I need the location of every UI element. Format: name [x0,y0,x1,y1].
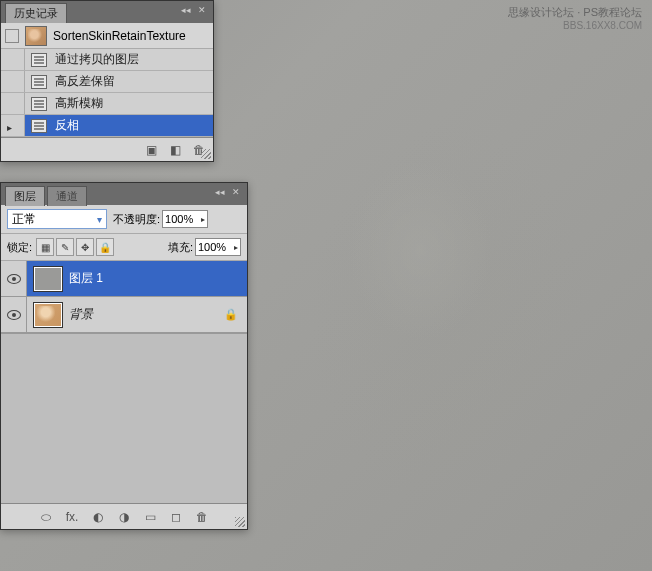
history-item[interactable]: 高反差保留 [1,71,213,93]
visibility-toggle[interactable] [1,297,27,332]
visibility-toggle[interactable] [1,261,27,296]
tab-layers[interactable]: 图层 [5,186,45,206]
adjustment-layer-icon[interactable]: ◑ [116,509,132,525]
watermark-line2: BBS.16XX8.COM [508,19,642,33]
history-item[interactable]: 通过拷贝的图层 [1,49,213,71]
lock-pixels-icon[interactable]: ✎ [56,238,74,256]
snapshot-name: SortenSkinRetainTexture [53,29,209,43]
history-panel-header[interactable]: 历史记录 ◂◂ ✕ [1,1,213,23]
eye-icon [7,274,21,284]
history-gutter [1,93,25,114]
history-panel: 历史记录 ◂◂ ✕ SortenSkinRetainTexture 通过拷贝的图… [0,0,214,162]
collapse-icon[interactable]: ◂◂ [213,185,227,199]
resize-grip[interactable] [235,517,245,527]
history-snapshot[interactable]: SortenSkinRetainTexture [1,23,213,49]
history-item-label: 通过拷贝的图层 [53,51,213,68]
close-icon[interactable]: ✕ [229,185,243,199]
layers-options-row: 正常 ▾ 不透明度: 100% ▸ [1,205,247,234]
history-tab-label: 历史记录 [14,7,58,19]
layer-list-empty-area [1,333,247,503]
lock-row: 锁定: ▦ ✎ ✥ 🔒 填充: 100% ▸ [1,234,247,261]
chevron-right-icon: ▸ [201,215,205,224]
layers-footer: ⬭ fx. ◐ ◑ ▭ ◻ 🗑 [1,503,247,529]
opacity-value: 100% [165,213,193,225]
layer-copy-icon [31,53,47,67]
layer-mask-icon[interactable]: ◐ [90,509,106,525]
create-snapshot-icon[interactable]: ◧ [167,142,183,158]
history-tab[interactable]: 历史记录 [5,3,67,23]
tab-layers-label: 图层 [14,190,36,202]
lock-label: 锁定: [7,240,32,255]
snapshot-checkbox[interactable] [5,29,19,43]
blend-mode-select[interactable]: 正常 ▾ [7,209,107,229]
lock-all-icon[interactable]: 🔒 [96,238,114,256]
layer-name[interactable]: 背景 [69,306,223,323]
history-pointer-icon [7,120,19,132]
snapshot-thumbnail [25,26,47,46]
watermark: 思缘设计论坛 · PS教程论坛 BBS.16XX8.COM [508,5,642,33]
resize-grip[interactable] [201,149,211,159]
trash-icon[interactable]: 🗑 [194,509,210,525]
tab-channels-label: 通道 [56,190,78,202]
create-document-icon[interactable]: ▣ [143,142,159,158]
layer-thumbnail[interactable] [33,302,63,328]
lock-indicator-icon: 🔒 [223,307,239,323]
opacity-label: 不透明度: [113,212,160,227]
layers-panel: 图层 通道 ◂◂ ✕ 正常 ▾ 不透明度: 100% ▸ 锁定: ▦ ✎ ✥ 🔒 [0,182,248,530]
close-icon[interactable]: ✕ [195,3,209,17]
fill-input[interactable]: 100% ▸ [195,238,241,256]
watermark-line1: 思缘设计论坛 · PS教程论坛 [508,5,642,19]
history-item-label: 高反差保留 [53,73,213,90]
history-item-label: 反相 [53,117,213,134]
opacity-input[interactable]: 100% ▸ [162,210,208,228]
history-gutter [1,115,25,136]
layer-name[interactable]: 图层 1 [69,270,247,287]
chevron-down-icon: ▾ [97,214,102,225]
layer-style-icon[interactable]: fx. [64,509,80,525]
layer-thumbnail[interactable] [33,266,63,292]
link-layers-icon[interactable]: ⬭ [38,509,54,525]
history-gutter [1,71,25,92]
chevron-right-icon: ▸ [234,243,238,252]
history-item[interactable]: 高斯模糊 [1,93,213,115]
layers-panel-header[interactable]: 图层 通道 ◂◂ ✕ [1,183,247,205]
highpass-icon [31,75,47,89]
fill-value: 100% [198,241,226,253]
fill-label: 填充: [168,240,193,255]
lock-transparency-icon[interactable]: ▦ [36,238,54,256]
history-gutter [1,49,25,70]
blend-mode-value: 正常 [12,211,36,228]
history-item-selected[interactable]: 反相 [1,115,213,137]
folder-icon[interactable]: ▭ [142,509,158,525]
tab-channels[interactable]: 通道 [47,186,87,206]
new-layer-icon[interactable]: ◻ [168,509,184,525]
lock-position-icon[interactable]: ✥ [76,238,94,256]
layer-row-selected[interactable]: 图层 1 [1,261,247,297]
history-body: SortenSkinRetainTexture 通过拷贝的图层 高反差保留 高斯… [1,23,213,137]
invert-icon [31,119,47,133]
layer-list: 图层 1 背景 🔒 [1,261,247,503]
layer-row-background[interactable]: 背景 🔒 [1,297,247,333]
history-footer: ▣ ◧ 🗑 [1,137,213,161]
eye-icon [7,310,21,320]
gaussian-blur-icon [31,97,47,111]
collapse-icon[interactable]: ◂◂ [179,3,193,17]
history-item-label: 高斯模糊 [53,95,213,112]
